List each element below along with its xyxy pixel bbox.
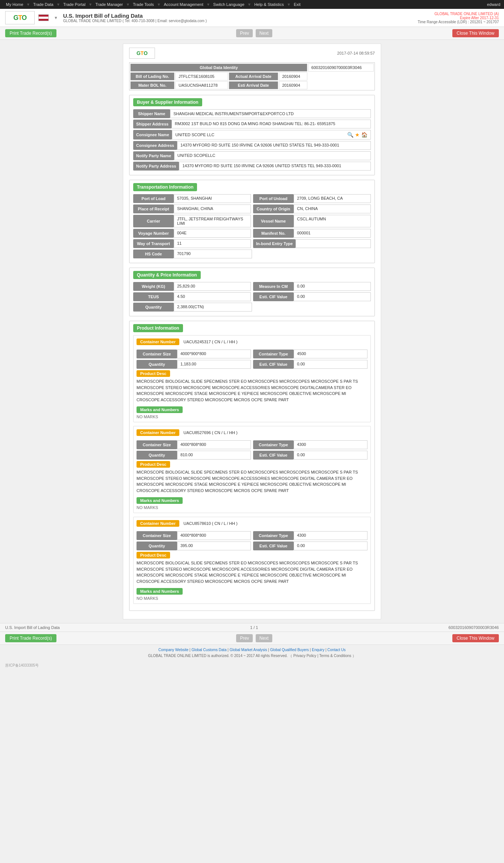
container-number-badge-1: Container Number (137, 429, 179, 436)
carrier-vessel-row: Carrier JTFL, JETSTREAM FREIGHTWAYS LIMI… (133, 215, 371, 229)
next-button-top[interactable]: Next (256, 29, 272, 37)
consignee-name-row: Consignee Name UNITED SCOPE LLC 🔍 ★ 🏠 (133, 130, 371, 140)
nav-help-statistics[interactable]: Help & Statistics (252, 1, 286, 7)
nav-trade-portal[interactable]: Trade Portal (61, 1, 87, 7)
nav-menu: My Home ▼ Trade Data ▼ Trade Portal ▼ Tr… (4, 1, 303, 7)
container-0-size-label: Container Size (137, 350, 177, 358)
footer-link-market[interactable]: Global Market Analysis (229, 648, 267, 652)
nav-switch-language[interactable]: Switch Language (211, 1, 246, 7)
footer-page-info: 1 / 1 (250, 625, 258, 630)
esti-cif-row: Esti. CIF Value 0.00 (253, 292, 371, 301)
container-2-size-row: Container Size 4000*808*800 (137, 531, 251, 540)
place-receipt-value: SHANGHAI, CHINA (174, 204, 251, 213)
manifest-value: 000001 (294, 229, 371, 238)
container-number-badge-0: Container Number (137, 338, 179, 345)
footer-link-enquiry[interactable]: Enquiry (312, 648, 324, 652)
nav-trade-tools[interactable]: Trade Tools (131, 1, 156, 7)
product-info-header: Product Information (133, 324, 183, 332)
footer-copyright: GLOBAL TRADE ONLINE LIMITED is authorize… (5, 653, 499, 659)
record-logo-box: GTO (129, 48, 155, 59)
record-timestamp: 2017-07-14 08:59:57 (337, 51, 375, 55)
weight-measure-row: Weight (KG) 25,829.00 Measure In CM 0.00 (133, 282, 371, 292)
hs-code-row: HS Code 701790 (133, 250, 252, 258)
buyer-supplier-section: Buyer & Supplier Information Shipper Nam… (129, 95, 375, 175)
close-button-bottom[interactable]: Close This Window (452, 634, 499, 642)
page-footer: Company Website | Global Customs Data | … (0, 645, 504, 661)
marks-badge-2: Marks and Numbers (137, 588, 183, 595)
nav-account-management[interactable]: Account Management (162, 1, 206, 7)
voyage-row: Voyage Number 004E (133, 229, 251, 238)
mater-bol-label: Mater BOL No. (130, 81, 175, 89)
container-0-qty-cif: Quantity 1,183.00 Esti. CIF Value 0.00 (137, 360, 367, 370)
footer-link-buyers[interactable]: Global Qualified Buyers (270, 648, 309, 652)
prev-button-top[interactable]: Prev (236, 29, 253, 37)
nav-my-home[interactable]: My Home (4, 1, 25, 7)
shipper-address-value: RM3002 1ST BUILD NO 815 DONG DA MING ROA… (172, 120, 371, 128)
place-receipt-label: Place of Receipt (133, 204, 174, 213)
container-2-qty-row: Quantity 395.00 (137, 541, 251, 550)
nav-trade-manager[interactable]: Trade Manager (93, 1, 125, 7)
marks-text-2: NO MARKS (137, 596, 367, 601)
notify-party-address-row: Notify Party Address 14370 MYFORD RD SUI… (133, 162, 371, 171)
bol-value: JTFLCTSE1608105 (175, 72, 228, 80)
container-1-type-row: Container Type 4300 (253, 440, 367, 449)
consignee-home-icon[interactable]: 🏠 (361, 132, 367, 138)
container-2-qty-label: Quantity (137, 541, 177, 550)
footer-link-customs[interactable]: Global Customs Data (191, 648, 227, 652)
nav-exit[interactable]: Exit (291, 1, 303, 7)
main-content: GTO 2017-07-14 08:59:57 Global Data Iden… (123, 44, 381, 619)
consignee-address-value: 14370 MYFORD RD SUITE 150 IRVINE CA 9260… (177, 141, 371, 150)
container-1-cif-value: 0.00 (294, 451, 367, 460)
consignee-star-icon[interactable]: ★ (355, 132, 360, 138)
port-load-label: Port of Load (133, 194, 174, 203)
esti-cif-label: Esti. CIF Value (253, 292, 294, 301)
prev-button-bottom[interactable]: Prev (236, 634, 253, 642)
esti-arrival-label: Esti Arrival Date (229, 81, 278, 89)
vessel-row: Vessel Name CSCL AUTUMN (253, 215, 371, 227)
container-0-cif-label: Esti. CIF Value (253, 360, 294, 369)
port-unload-value: 2709, LONG BEACH, CA (294, 194, 371, 203)
print-record-button-top[interactable]: Print Trade Record(s) (5, 29, 56, 37)
port-load-value: 57035, SHANGHAI (174, 194, 251, 203)
container-1-size-label: Container Size (137, 440, 177, 449)
product-desc-text-2: MICROSCOPE BIOLOGICAL SLIDE SPECIMENS ST… (137, 560, 367, 584)
footer-link-company[interactable]: Company Website (158, 648, 189, 652)
notify-party-address-value: 14370 MYFORD RD SUITE 150 IRVINE CA 9260… (179, 162, 371, 171)
container-0-type-value: 4500 (294, 350, 367, 358)
voyage-label: Voyage Number (133, 229, 174, 238)
time-range-info: Time Range Accessible (LDR) : 201201 ~ 2… (418, 20, 499, 24)
container-1-cif-row: Esti. CIF Value 0.00 (253, 451, 367, 460)
teus-value: 4.50 (174, 292, 251, 301)
footer-link-contact[interactable]: Contact Us (327, 648, 345, 652)
nav-user: edward (487, 2, 500, 7)
shipper-name-label: Shipper Name (133, 109, 170, 118)
weight-row: Weight (KG) 25,829.00 (133, 282, 251, 291)
way-transport-row: Way of Transport 11 (133, 239, 251, 248)
shipper-address-row: Shipper Address RM3002 1ST BUILD NO 815 … (133, 120, 371, 128)
nav-trade-data[interactable]: Trade Data (31, 1, 56, 7)
measure-label: Measure In CM (253, 282, 294, 291)
buyer-supplier-header: Buyer & Supplier Information (133, 98, 202, 106)
record-header: GTO 2017-07-14 08:59:57 (129, 48, 375, 59)
container-0-qty-label: Quantity (137, 360, 177, 369)
next-button-bottom[interactable]: Next (256, 634, 272, 642)
notify-party-name-row: Notify Party Name UNITED SCOPELLC (133, 151, 371, 160)
esti-cif-value: 0.00 (294, 292, 371, 301)
consignee-search-icon[interactable]: 🔍 (347, 132, 353, 138)
manifest-label: Manifest No. (253, 229, 294, 238)
quantity-value: 2,388.00(CTN) (174, 303, 252, 312)
print-record-button-bottom[interactable]: Print Trade Record(s) (5, 634, 56, 642)
port-unload-label: Port of Unload (253, 194, 294, 203)
carrier-row: Carrier JTFL, JETSTREAM FREIGHTWAYS LIMI (133, 215, 251, 227)
transport-header: Transportation Information (133, 183, 197, 191)
actual-arrival-label: Actual Arrival Date (229, 72, 278, 80)
country-origin-value: CN, CHINA (294, 204, 371, 213)
footer-record-id: 60032016090700003R3046 (449, 625, 499, 630)
container-1-qty-cif: Quantity 810.00 Esti. CIF Value 0.00 (137, 451, 367, 461)
container-block-0: Container Number UACU5245317 ( CN / L / … (133, 335, 371, 422)
container-1-type-label: Container Type (253, 440, 294, 449)
container-2-qty-value: 395.00 (177, 541, 251, 550)
port-load-row: Port of Load 57035, SHANGHAI (133, 194, 251, 203)
close-button-top[interactable]: Close This Window (452, 29, 499, 37)
hs-code-value: 701790 (174, 250, 252, 258)
